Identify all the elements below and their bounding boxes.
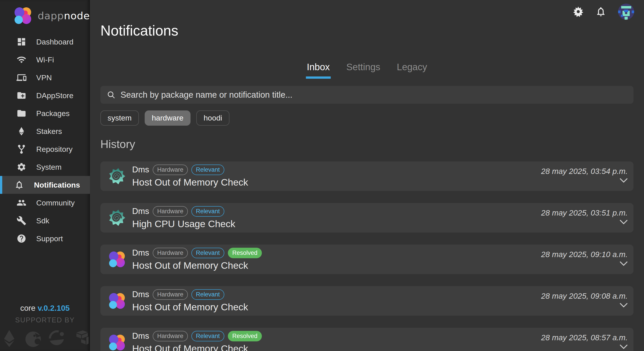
history-section-title: History xyxy=(100,138,634,151)
notification-card[interactable]: Dms Hardware Relevant Resolved Host Out … xyxy=(100,328,634,351)
sidebar-item-label: System xyxy=(36,163,62,172)
tab-legacy[interactable]: Legacy xyxy=(396,62,428,79)
notification-title: Host Out of Memory Check xyxy=(132,177,248,188)
notification-source: Dms xyxy=(132,248,149,258)
dashboard-icon xyxy=(16,37,26,47)
ethereum-partner-icon[interactable] xyxy=(0,329,18,348)
chevron-down-icon[interactable] xyxy=(620,303,628,308)
chevron-down-icon[interactable] xyxy=(620,261,628,266)
sidebar-item-label: VPN xyxy=(36,73,52,82)
devices-icon xyxy=(16,73,26,82)
sidebar-item-label: Support xyxy=(36,234,63,243)
notification-title: Host Out of Memory Check xyxy=(132,302,248,312)
sidebar: dappnode Dashboard Wi-Fi VPN DAppStore P… xyxy=(0,0,90,351)
sidebar-item-repository[interactable]: Repository xyxy=(0,140,90,158)
dappnode-package-icon xyxy=(108,250,126,268)
user-avatar[interactable] xyxy=(618,4,634,20)
sidebar-nav: Dashboard Wi-Fi VPN DAppStore Packages S… xyxy=(0,33,90,248)
notification-card[interactable]: Dms Hardware Relevant Host Out of Memory… xyxy=(100,162,634,191)
chevron-down-icon[interactable] xyxy=(620,344,628,349)
filter-chip-hoodi[interactable]: hoodi xyxy=(196,110,229,126)
core-label: core xyxy=(20,304,35,312)
resolved-badge: Resolved xyxy=(228,331,262,342)
notification-info: Dms Hardware Relevant Host Out of Memory… xyxy=(132,289,248,312)
gear-icon xyxy=(16,162,26,172)
folder-icon xyxy=(16,108,26,118)
notification-source: Dms xyxy=(132,331,149,341)
resolved-badge: Resolved xyxy=(228,248,262,258)
sidebar-item-label: Stakers xyxy=(36,127,62,136)
notification-list: Dms Hardware Relevant Host Out of Memory… xyxy=(100,162,634,351)
search-bar[interactable] xyxy=(100,86,634,104)
notification-card[interactable]: Dms Hardware Relevant High CPU Usage Che… xyxy=(100,203,634,232)
branch-icon xyxy=(16,144,26,154)
sidebar-item-dashboard[interactable]: Dashboard xyxy=(0,33,90,51)
partner-logos xyxy=(0,329,90,348)
sidebar-item-community[interactable]: Community xyxy=(0,194,90,212)
sidebar-item-sdk[interactable]: Sdk xyxy=(0,212,90,230)
grafana-icon xyxy=(108,167,126,185)
relevance-badge: Relevant xyxy=(192,331,224,342)
notification-source: Dms xyxy=(132,206,149,216)
category-badge: Hardware xyxy=(153,331,188,342)
sidebar-item-notifications[interactable]: Notifications xyxy=(0,176,90,194)
wordmark-node: node xyxy=(64,10,90,22)
wifi-icon xyxy=(16,55,26,64)
sidebar-item-label: Repository xyxy=(36,145,73,154)
supported-by-label: SUPPORTED BY xyxy=(0,316,90,324)
notification-info: Dms Hardware Relevant High CPU Usage Che… xyxy=(132,206,235,230)
sidebar-item-system[interactable]: System xyxy=(0,158,90,176)
sidebar-item-support[interactable]: Support xyxy=(0,230,90,248)
theme-sun-icon[interactable] xyxy=(573,6,584,17)
relevance-badge: Relevant xyxy=(192,206,224,217)
topbar-icons xyxy=(573,4,634,20)
bird-partner-icon[interactable] xyxy=(24,329,42,348)
sidebar-item-dappstore[interactable]: DAppStore xyxy=(0,86,90,104)
relevance-badge: Relevant xyxy=(192,289,224,300)
ethereum-icon xyxy=(16,126,26,136)
notifications-bell-icon[interactable] xyxy=(595,6,606,17)
chevron-down-icon[interactable] xyxy=(620,178,628,183)
filter-chip-system[interactable]: system xyxy=(100,110,139,126)
sidebar-item-packages[interactable]: Packages xyxy=(0,104,90,122)
notification-timestamp: 28 may 2025, 03:54 p.m. xyxy=(541,167,628,176)
gnosis-partner-icon[interactable] xyxy=(48,329,66,348)
sidebar-item-label: Notifications xyxy=(34,181,80,189)
bricks-partner-icon[interactable] xyxy=(72,329,90,348)
sidebar-item-vpn[interactable]: VPN xyxy=(0,69,90,86)
page-title: Notifications xyxy=(100,0,634,38)
grafana-icon xyxy=(108,209,126,227)
notification-info: Dms Hardware Relevant Host Out of Memory… xyxy=(132,164,248,188)
category-badge: Hardware xyxy=(153,248,188,258)
tab-inbox[interactable]: Inbox xyxy=(306,62,331,79)
notification-timestamp: 28 may 2025, 09:08 a.m. xyxy=(541,292,628,300)
help-icon xyxy=(16,234,26,244)
notification-source: Dms xyxy=(132,165,149,174)
category-badge: Hardware xyxy=(153,289,188,300)
notification-timestamp: 28 may 2025, 03:51 p.m. xyxy=(541,208,628,217)
chevron-down-icon[interactable] xyxy=(620,220,628,224)
dappnode-logo[interactable]: dappnode xyxy=(0,0,90,26)
sidebar-item-stakers[interactable]: Stakers xyxy=(0,122,90,140)
dappnode-package-icon xyxy=(108,334,126,351)
sidebar-item-wifi[interactable]: Wi-Fi xyxy=(0,51,90,69)
notification-card[interactable]: Dms Hardware Relevant Host Out of Memory… xyxy=(100,286,634,316)
relevance-badge: Relevant xyxy=(192,248,224,258)
core-version-link[interactable]: v.0.2.105 xyxy=(38,304,70,312)
dappnode-logo-icon xyxy=(14,5,32,26)
tabs: Inbox Settings Legacy xyxy=(100,62,634,79)
notification-card[interactable]: Dms Hardware Relevant Resolved Host Out … xyxy=(100,244,634,274)
wordmark-dapp: dapp xyxy=(38,10,64,22)
tab-settings[interactable]: Settings xyxy=(346,62,381,79)
folder-plus-icon xyxy=(16,90,26,100)
search-icon xyxy=(107,90,116,99)
dappnode-wordmark: dappnode xyxy=(38,10,90,22)
filter-chip-hardware[interactable]: hardware xyxy=(145,110,191,126)
notification-title: Host Out of Memory Check xyxy=(132,343,262,351)
notification-info: Dms Hardware Relevant Resolved Host Out … xyxy=(132,331,262,351)
search-input[interactable] xyxy=(120,90,627,100)
sidebar-item-label: Community xyxy=(36,198,75,207)
people-icon xyxy=(16,198,26,208)
dappnode-package-icon xyxy=(108,292,126,310)
bell-icon xyxy=(14,180,24,190)
